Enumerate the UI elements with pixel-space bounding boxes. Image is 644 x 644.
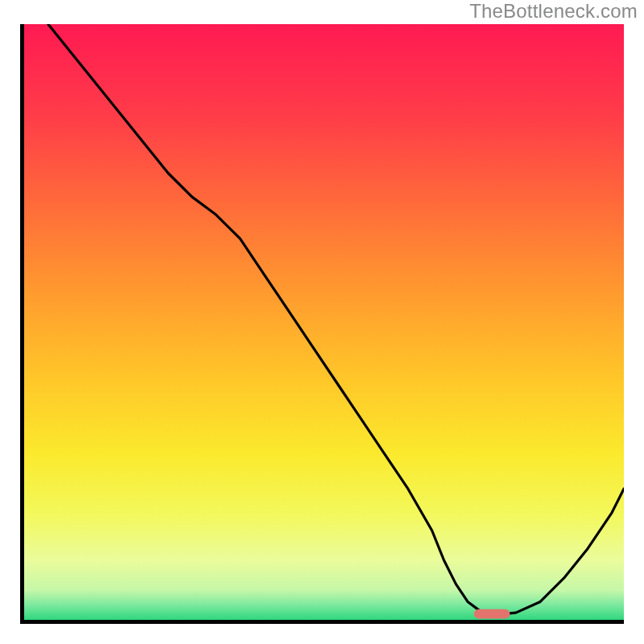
- watermark-text: TheBottleneck.com: [469, 0, 638, 23]
- plot-background: [24, 24, 624, 620]
- optimal-marker: [474, 609, 510, 619]
- plot-svg: [24, 24, 624, 620]
- chart-container: TheBottleneck.com: [0, 0, 644, 644]
